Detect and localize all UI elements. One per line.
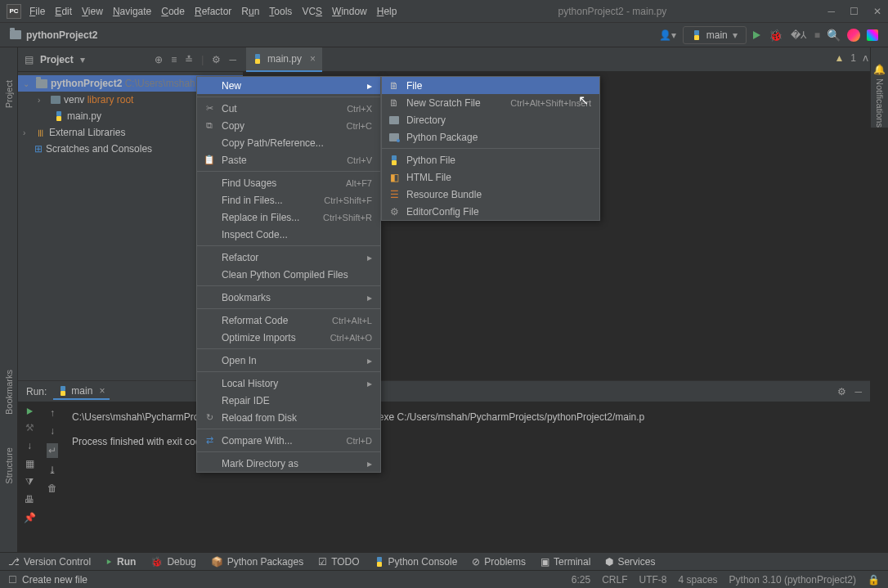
run-tab[interactable]: Run bbox=[105, 556, 136, 568]
sub-file[interactable]: 🗎File bbox=[382, 77, 599, 94]
dropdown-icon[interactable]: ▾ bbox=[80, 54, 85, 65]
run-button[interactable] bbox=[753, 31, 760, 39]
stop-icon[interactable]: ■ bbox=[814, 29, 820, 41]
expand-arrow-icon[interactable]: › bbox=[23, 128, 33, 137]
sub-html-file[interactable]: ◧HTML File bbox=[382, 168, 599, 186]
ctx-mark-directory[interactable]: Mark Directory as▸ bbox=[197, 455, 380, 472]
ctx-reformat[interactable]: Reformat CodeCtrl+Alt+L bbox=[197, 312, 380, 329]
menu-help[interactable]: Help bbox=[377, 6, 397, 17]
menu-window[interactable]: Window bbox=[332, 6, 367, 17]
ctx-history[interactable]: Local History▸ bbox=[197, 375, 380, 392]
notifications-tool-tab[interactable]: Notifications bbox=[875, 79, 885, 128]
down-arrow-icon[interactable]: ↓ bbox=[50, 425, 55, 437]
menu-file[interactable]: File bbox=[29, 6, 45, 17]
run-config-selector[interactable]: main ▾ bbox=[683, 26, 747, 44]
more-run-icon[interactable]: �⅄ bbox=[791, 29, 806, 41]
expand-arrow-icon[interactable]: ⌄ bbox=[23, 79, 33, 88]
breadcrumb-project[interactable]: pythonProject2 bbox=[26, 29, 97, 41]
notifications-icon[interactable]: 🔔 bbox=[873, 64, 886, 75]
collapse-icon[interactable]: ≛ bbox=[185, 54, 193, 65]
status-icon[interactable]: ☐ bbox=[8, 574, 17, 586]
print-icon[interactable]: 🖶 bbox=[25, 494, 34, 505]
pin-icon[interactable]: 📌 bbox=[24, 512, 36, 523]
version-control-tab[interactable]: ⎇Version Control bbox=[8, 556, 91, 568]
wrap-icon[interactable]: ↵ bbox=[47, 443, 58, 458]
search-icon[interactable]: 🔍 bbox=[827, 29, 841, 42]
indent-setting[interactable]: 4 spaces bbox=[679, 574, 718, 586]
run-settings-icon[interactable]: ⚙ bbox=[837, 386, 846, 397]
account-icon[interactable]: 👤▾ bbox=[659, 29, 676, 41]
stop-button[interactable]: ⚒ bbox=[25, 422, 34, 433]
ctx-new[interactable]: New ▸ bbox=[197, 77, 380, 94]
ctx-bookmarks[interactable]: Bookmarks▸ bbox=[197, 289, 380, 306]
menu-vcs[interactable]: VCS bbox=[302, 6, 322, 17]
menu-navigate[interactable]: Navigate bbox=[113, 6, 151, 17]
services-tab[interactable]: ⬢Services bbox=[605, 556, 655, 568]
debug-button[interactable]: 🐞 bbox=[769, 29, 783, 42]
menu-view[interactable]: View bbox=[82, 6, 103, 17]
terminal-tab[interactable]: ▣Terminal bbox=[540, 556, 590, 568]
ctx-clean-compiled[interactable]: Clean Python Compiled Files bbox=[197, 266, 380, 283]
ctx-optimize[interactable]: Optimize ImportsCtrl+Alt+O bbox=[197, 329, 380, 346]
structure-tool-tab[interactable]: Structure bbox=[4, 447, 14, 484]
sub-directory[interactable]: Directory bbox=[382, 111, 599, 128]
debug-tab[interactable]: 🐞Debug bbox=[150, 556, 195, 568]
project-panel-title[interactable]: Project bbox=[40, 54, 74, 65]
filter-icon[interactable]: ⧩ bbox=[25, 476, 34, 487]
hide-run-icon[interactable]: ─ bbox=[854, 386, 862, 397]
problems-tab[interactable]: ⊘Problems bbox=[472, 556, 526, 568]
ctx-cut[interactable]: ✂CutCtrl+X bbox=[197, 100, 380, 117]
expand-arrow-icon[interactable]: › bbox=[38, 96, 47, 105]
ctx-compare[interactable]: ⇄Compare With...Ctrl+D bbox=[197, 432, 380, 449]
close-tab-icon[interactable]: × bbox=[310, 53, 316, 65]
ctx-find-usages[interactable]: Find UsagesAlt+F7 bbox=[197, 174, 380, 191]
maximize-button[interactable]: ☐ bbox=[850, 6, 859, 17]
menu-tools[interactable]: Tools bbox=[269, 6, 292, 17]
expand-up-icon[interactable]: ʌ bbox=[863, 52, 868, 64]
hide-icon[interactable]: ─ bbox=[229, 54, 236, 65]
ctx-inspect[interactable]: Inspect Code... bbox=[197, 226, 380, 243]
ctx-find-files[interactable]: Find in Files...Ctrl+Shift+F bbox=[197, 191, 380, 209]
menu-refactor[interactable]: Refactor bbox=[195, 6, 231, 17]
ctx-replace-files[interactable]: Replace in Files...Ctrl+Shift+R bbox=[197, 209, 380, 226]
ctx-reload[interactable]: ↻Reload from Disk bbox=[197, 409, 380, 426]
line-separator[interactable]: CRLF bbox=[602, 574, 627, 586]
interpreter[interactable]: Python 3.10 (pythonProject2) bbox=[729, 574, 856, 586]
menu-run[interactable]: Run bbox=[241, 6, 259, 17]
console-tab[interactable]: Python Console bbox=[374, 556, 458, 568]
scroll-icon[interactable]: ⤓ bbox=[48, 465, 56, 476]
sub-resource-bundle[interactable]: ☰Resource Bundle bbox=[382, 186, 599, 203]
jetbrains-icon[interactable] bbox=[847, 29, 860, 42]
lock-icon[interactable]: 🔒 bbox=[868, 574, 880, 586]
file-encoding[interactable]: UTF-8 bbox=[639, 574, 667, 586]
up-arrow-icon[interactable]: ↑ bbox=[50, 407, 55, 419]
ctx-copy[interactable]: ⧉CopyCtrl+C bbox=[197, 117, 380, 134]
editor-tab-main[interactable]: main.py × bbox=[246, 47, 322, 72]
clear-icon[interactable]: 🗑 bbox=[47, 483, 57, 494]
ctx-copy-path[interactable]: Copy Path/Reference... bbox=[197, 134, 380, 151]
settings-icon[interactable]: ⚙ bbox=[212, 54, 221, 65]
close-button[interactable]: ✕ bbox=[873, 6, 881, 17]
ctx-paste[interactable]: 📋PasteCtrl+V bbox=[197, 151, 380, 168]
project-tool-tab[interactable]: Project bbox=[4, 80, 14, 108]
console-output[interactable]: C:\Users\mshah\PycharmProjects\pythonPro… bbox=[64, 402, 870, 552]
menu-code[interactable]: Code bbox=[161, 6, 185, 17]
locate-icon[interactable]: ⊕ bbox=[155, 54, 163, 65]
bookmarks-tool-tab[interactable]: Bookmarks bbox=[4, 370, 14, 415]
sub-python-file[interactable]: Python File bbox=[382, 151, 599, 168]
run-tab[interactable]: main × bbox=[53, 384, 110, 400]
ctx-open-in[interactable]: Open In▸ bbox=[197, 352, 380, 369]
menu-edit[interactable]: Edit bbox=[55, 6, 72, 17]
layout-icon[interactable]: ▦ bbox=[25, 458, 34, 469]
expand-icon[interactable]: ≡ bbox=[171, 54, 177, 65]
ctx-refactor[interactable]: Refactor▸ bbox=[197, 249, 380, 266]
sub-python-package[interactable]: Python Package bbox=[382, 128, 599, 146]
sub-scratch[interactable]: 🗎New Scratch FileCtrl+Alt+Shift+Insert bbox=[382, 94, 599, 111]
todo-tab[interactable]: ☑TODO bbox=[318, 556, 359, 568]
packages-tab[interactable]: 📦Python Packages bbox=[211, 556, 303, 568]
sub-editorconfig[interactable]: ⚙EditorConfig File bbox=[382, 203, 599, 220]
down-icon[interactable]: ↓ bbox=[27, 440, 32, 451]
code-with-me-icon[interactable] bbox=[867, 29, 878, 41]
rerun-button[interactable] bbox=[26, 408, 32, 415]
close-tab-icon[interactable]: × bbox=[99, 385, 105, 397]
